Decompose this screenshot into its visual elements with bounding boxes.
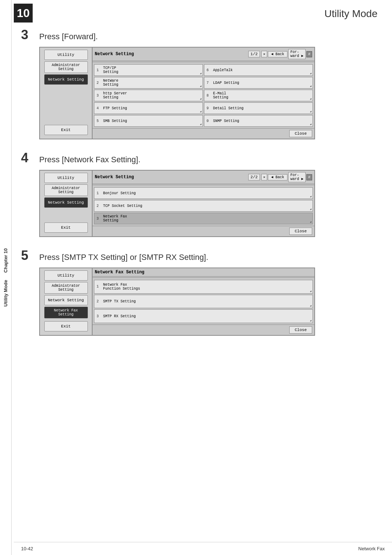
screen-mockup-1: Utility AdministratorSetting Network Set…: [39, 47, 315, 139]
menu-grid-1: 1TCP/IPSetting 6AppleTalk 2NetWareSettin…: [93, 63, 314, 128]
title-bar-3: Network Fax Setting: [93, 268, 314, 277]
main-content: 3 Press [Forward]. Utility Administrator…: [14, 27, 392, 361]
utility-btn-2[interactable]: Utility: [44, 173, 88, 183]
menu-item-3-1[interactable]: 1Network FaxFunction Settings: [94, 280, 313, 294]
footer-section: Network Fax: [358, 546, 385, 551]
step-5-section: 5 Press [SMTP TX Setting] or [SMTP RX Se…: [21, 248, 377, 336]
screen-right-3: Network Fax Setting 1Network FaxFunction…: [93, 268, 314, 335]
back-btn-2[interactable]: ◄ Back: [268, 174, 287, 180]
admin-setting-btn-1[interactable]: AdministratorSetting: [44, 61, 88, 73]
step-5-number: 5: [21, 248, 39, 263]
hash-btn-1[interactable]: #: [306, 51, 312, 57]
nav-row-2: ✕ ◄ Back For-ward ► #: [261, 172, 312, 182]
close-btn-3[interactable]: Close: [289, 326, 312, 334]
screen-mockup-2: Utility AdministratorSetting Network Set…: [39, 170, 315, 237]
screen-title-3: Network Fax Setting: [95, 270, 312, 275]
menu-grid-3: 1Network FaxFunction Settings 2SMTP TX S…: [93, 278, 314, 325]
chapter-label: Chapter 10: [3, 248, 8, 273]
menu-item-2-2[interactable]: 2TCP Socket Setting: [94, 200, 313, 212]
utility-mode-title: Utility Mode: [324, 8, 377, 20]
x-btn-2[interactable]: ✕: [261, 174, 267, 180]
utility-btn-3[interactable]: Utility: [44, 270, 88, 281]
exit-btn-1[interactable]: Exit: [44, 125, 88, 135]
screen-mockup-3: Utility AdministratorSetting Network Set…: [39, 268, 315, 336]
network-setting-btn-3[interactable]: Network Setting: [44, 295, 88, 305]
admin-setting-btn-3[interactable]: AdministratorSetting: [44, 282, 88, 294]
menu-item-3-2[interactable]: 2SMTP TX Setting: [94, 295, 313, 309]
side-tab: Chapter 10 Utility Mode: [0, 0, 12, 555]
footer-page-num: 10-42: [21, 546, 33, 551]
menu-item-1-7[interactable]: 7LDAP Setting: [204, 77, 313, 89]
screen-title-2: Network Setting: [95, 175, 247, 180]
step-3-text: Press [Forward].: [39, 32, 98, 41]
close-btn-2[interactable]: Close: [289, 228, 312, 235]
step-3-number: 3: [21, 27, 39, 42]
footer: 10-42 Network Fax: [14, 542, 392, 555]
nav-row-1: ✕ ◄ Back For-ward ► #: [261, 49, 312, 59]
menu-item-1-6[interactable]: 6AppleTalk: [204, 64, 313, 76]
title-bar-2: Network Setting 2/2 ✕ ◄ Back For-ward ► …: [93, 171, 314, 184]
exit-btn-3[interactable]: Exit: [44, 321, 88, 331]
close-btn-1[interactable]: Close: [289, 130, 312, 137]
step-4-section: 4 Press [Network Fax Setting]. Utility A…: [21, 150, 377, 237]
page-indicator-1: 1/2: [248, 51, 260, 57]
screen-right-1: Network Setting 1/2 ✕ ◄ Back For-ward ► …: [93, 48, 314, 139]
menu-item-1-0[interactable]: 0SNMP Setting: [204, 115, 313, 127]
menu-item-1-4[interactable]: 4FTP Setting: [94, 102, 203, 114]
hash-btn-2[interactable]: #: [306, 174, 312, 180]
mode-label: Utility Mode: [3, 280, 8, 307]
admin-setting-btn-2[interactable]: AdministratorSetting: [44, 184, 88, 196]
utility-btn-1[interactable]: Utility: [44, 50, 88, 60]
bottom-bar-3: Close: [93, 325, 314, 335]
step-4-header: 4 Press [Network Fax Setting].: [21, 150, 377, 166]
title-bar-1: Network Setting 1/2 ✕ ◄ Back For-ward ► …: [93, 48, 314, 61]
bottom-bar-2: Close: [93, 226, 314, 236]
network-fax-setting-btn-3[interactable]: Network FaxSetting: [44, 307, 88, 318]
page-number: 10: [14, 4, 33, 23]
x-btn-1[interactable]: ✕: [261, 51, 267, 57]
page-indicator-2: 2/2: [248, 174, 260, 180]
screen-right-2: Network Setting 2/2 ✕ ◄ Back For-ward ► …: [93, 171, 314, 236]
screen-left-1: Utility AdministratorSetting Network Set…: [40, 48, 93, 139]
network-setting-btn-2[interactable]: Network Setting: [44, 197, 88, 208]
step-4-text: Press [Network Fax Setting].: [39, 155, 140, 164]
menu-item-1-8[interactable]: 8E-MailSetting: [204, 90, 313, 101]
bottom-bar-1: Close: [93, 128, 314, 139]
menu-item-1-3[interactable]: 3http ServerSetting: [94, 90, 203, 101]
menu-item-1-2[interactable]: 2NetWareSetting: [94, 77, 203, 89]
step-5-text: Press [SMTP TX Setting] or [SMTP RX Sett…: [39, 253, 208, 262]
menu-item-1-9[interactable]: 9Detail Setting: [204, 102, 313, 114]
network-setting-btn-1[interactable]: Network Setting: [44, 74, 88, 85]
screen-left-2: Utility AdministratorSetting Network Set…: [40, 171, 93, 236]
menu-item-1-1[interactable]: 1TCP/IPSetting: [94, 64, 203, 76]
screen-left-3: Utility AdministratorSetting Network Set…: [40, 268, 93, 335]
exit-btn-2[interactable]: Exit: [44, 223, 88, 233]
menu-item-2-1[interactable]: 1Bonjour Setting: [94, 187, 313, 199]
step-4-number: 4: [21, 150, 39, 166]
step-3-header: 3 Press [Forward].: [21, 27, 377, 42]
step-3-section: 3 Press [Forward]. Utility Administrator…: [21, 27, 377, 139]
forward-btn-2[interactable]: For-ward ►: [288, 172, 306, 182]
menu-item-3-3[interactable]: 3SMTP RX Setting: [94, 309, 313, 323]
step-5-header: 5 Press [SMTP TX Setting] or [SMTP RX Se…: [21, 248, 377, 263]
menu-item-2-3[interactable]: 3Network FaxSetting: [94, 213, 313, 224]
menu-item-1-5[interactable]: 5SMB Setting: [94, 115, 203, 127]
back-btn-1[interactable]: ◄ Back: [268, 51, 287, 57]
forward-btn-1[interactable]: For-ward ►: [288, 49, 306, 59]
screen-title-1: Network Setting: [95, 52, 247, 57]
menu-grid-2: 1Bonjour Setting 2TCP Socket Setting 3Ne…: [93, 186, 314, 226]
